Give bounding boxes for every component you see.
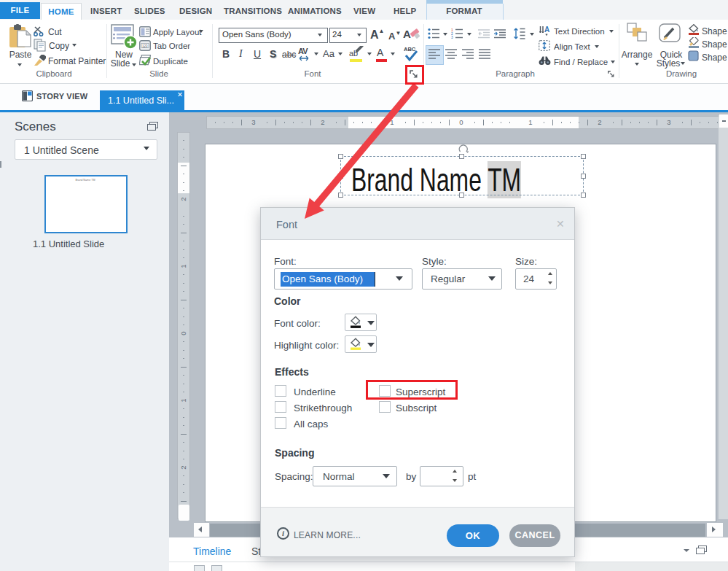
svg-text:A: A [544,26,549,34]
svg-text:ABC: ABC [404,46,416,53]
svg-text:2: 2 [451,32,453,36]
svg-text:A: A [403,28,411,40]
svg-text:1: 1 [451,28,453,32]
svg-text:123: 123 [142,44,148,48]
svg-text:3: 3 [451,36,453,39]
